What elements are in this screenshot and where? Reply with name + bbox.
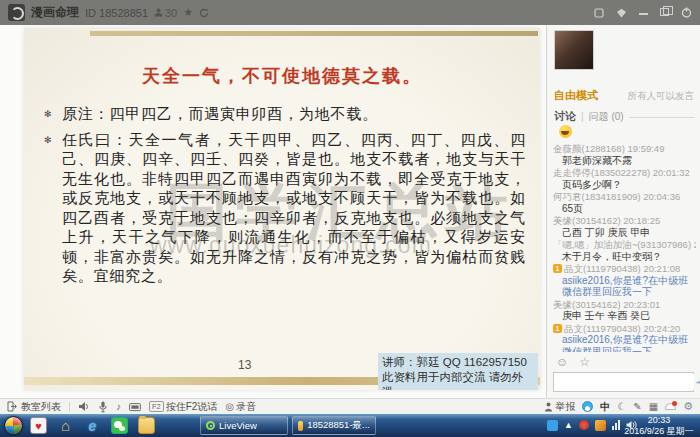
toolbar-divider (69, 402, 70, 412)
card-game-icon[interactable]: ♥ (30, 417, 47, 434)
settings-gear-icon[interactable]: ⚙ (683, 400, 693, 413)
wechat-icon[interactable] (111, 417, 128, 434)
rank-badge-icon: 1 (553, 324, 562, 333)
im-tray-icon[interactable] (595, 420, 606, 431)
internet-explorer-icon[interactable]: e (84, 417, 101, 434)
music-icon[interactable]: ♪ (116, 402, 121, 412)
clock-time: 20:33 (621, 415, 697, 426)
slide-page-number: 13 (238, 358, 251, 372)
chat-sidebar: 自由模式 所有人可以发言 讨论 | 问题 (0) 金薇颜(1288168) 19… (546, 25, 700, 398)
qq-tray-icon[interactable] (547, 420, 558, 431)
chat-tabs: 讨论 | 问题 (0) (554, 109, 695, 124)
app-logo-icon (8, 4, 25, 21)
room-title: 漫画命理 (31, 4, 79, 21)
bullet-text: 原注：四甲四乙，而遇寅申卯酉，为地不载。 (62, 104, 526, 124)
bullet-marker-icon: ✻ (44, 104, 62, 124)
gift-icon[interactable] (616, 8, 627, 18)
slide-top-band (90, 31, 538, 36)
report-button[interactable]: 举报 (544, 402, 575, 412)
speak-permission-label: 所有人可以发言 (628, 90, 695, 103)
slide-title: 天全一气，不可使地德莫之载。 (24, 64, 540, 88)
chat-message (553, 124, 696, 142)
message-body: 庚申 壬午 辛酉 癸巳 (553, 310, 696, 322)
tray-expand-icon[interactable]: ▲ (564, 419, 573, 431)
send-button[interactable] (694, 376, 700, 388)
chat-message: 美缘(30154162) 20:23:01 庚申 壬午 辛酉 癸巳 (553, 299, 696, 322)
skin-hat-icon[interactable] (665, 403, 676, 410)
taskbar-room-window-button[interactable]: 18528851-最... (292, 416, 376, 435)
app-window: 漫画命理 ID 18528851 30 ★ 天全一气，不可使地 (0, 0, 700, 437)
message-body: asiike2016,你是谁?在中级班微信群里回应我一下 (553, 334, 696, 352)
bullet-text: 任氏曰：天全一气者，天干四甲、四乙、四丙、四丁、四戊、四己、四庚、四辛、四壬、四… (62, 130, 526, 286)
favorite-star-icon[interactable]: ★ (183, 6, 193, 19)
room-id: ID 18528851 (85, 7, 148, 19)
microphone-icon[interactable] (98, 401, 108, 413)
restore-button[interactable] (660, 7, 669, 18)
chat-message: 金薇颜(1288168) 19:59:49 郭老师深藏不露 (553, 143, 696, 166)
report-person-icon (544, 402, 553, 412)
viewer-count: 30 (154, 7, 177, 19)
ime-mascot-icon[interactable] (582, 401, 593, 412)
keyboard-icon[interactable]: ▦ (649, 401, 658, 412)
taskbar-clock[interactable]: 20:33 2016/9/26 星期一 (621, 415, 697, 436)
network-icon[interactable] (612, 420, 620, 430)
message-header: 何巧君(1834181909) 20:04:36 (553, 191, 696, 203)
chat-input[interactable] (554, 374, 694, 390)
security-tray-icon[interactable] (579, 420, 589, 430)
tab-separator: | (581, 111, 584, 122)
liveview-icon (206, 421, 215, 430)
message-header: 美缘(30154162) 20:23:01 (553, 299, 696, 311)
message-icon[interactable] (594, 8, 604, 18)
chat-toolbar: ☺ ☆ (556, 355, 590, 369)
tabs-divider (629, 117, 695, 118)
message-body: 65页 (553, 203, 696, 215)
presentation-stage: 天全一气，不可使地德莫之载。 ✻ 原注：四甲四乙，而遇寅申卯酉，为地不载。 ✻ … (0, 25, 546, 398)
push-to-talk-control[interactable]: F2 按住F2说话 (149, 401, 217, 412)
message-header: 金薇颜(1288168) 19:59:49 (553, 143, 696, 155)
clock-date: 2016/9/26 星期一 (621, 426, 697, 437)
host-avatar[interactable] (554, 30, 594, 70)
message-body: 页码多少啊？ (553, 179, 696, 191)
start-button[interactable] (4, 416, 23, 435)
home-app-icon[interactable]: ⌂ (57, 417, 74, 434)
exit-door-icon (7, 401, 18, 412)
bullet-item: ✻ 原注：四甲四乙，而遇寅申卯酉，为地不载。 (44, 104, 526, 124)
refresh-icon[interactable] (199, 8, 209, 18)
tab-discussion[interactable]: 讨论 (554, 109, 576, 124)
classroom-list-button[interactable]: 教室列表 (7, 401, 61, 412)
windows-taskbar: ♥ ⌂ e LiveView 18528851-最... ▲ 20:33 20 (0, 414, 700, 437)
taskbar-liveview-button[interactable]: LiveView (200, 416, 288, 435)
gift-star-icon[interactable]: ☆ (579, 355, 590, 369)
confidential-note: 此资料用于内部交流 请勿外泄 (382, 370, 534, 390)
tab-question[interactable]: 问题 (0) (589, 110, 624, 124)
person-icon (154, 8, 163, 17)
video-icon[interactable] (129, 402, 141, 412)
bullet-marker-icon: ✻ (44, 130, 62, 286)
minimize-button[interactable] (639, 7, 648, 18)
titlebar: 漫画命理 ID 18528851 30 ★ (0, 0, 700, 25)
record-button[interactable]: ◎ 录音 (225, 402, 256, 412)
message-body: asiike2016,你是谁?在中级班微信群里回应我一下 (553, 275, 696, 298)
pen-icon[interactable]: ✎ (633, 401, 641, 412)
moon-icon[interactable]: ☾ (617, 401, 626, 412)
folder-icon[interactable] (138, 417, 155, 434)
emoji-picker-icon[interactable]: ☺ (556, 355, 568, 369)
chat-message: 1 品文(1119790438) 20:24:20 asiike2016,你是谁… (553, 323, 696, 353)
close-power-button[interactable] (681, 7, 692, 18)
room-window-icon (298, 421, 303, 431)
message-body: 郭老师深藏不露 (553, 155, 696, 167)
slide-page: 天全一气，不可使地德莫之载。 ✻ 原注：四甲四乙，而遇寅申卯酉，为地不载。 ✻ … (24, 28, 540, 390)
chat-message-list[interactable]: 金薇颜(1288168) 19:59:49 郭老师深藏不露 走走停停(18350… (553, 124, 696, 352)
chat-message: 1 品文(1119790438) 20:21:08 asiike2016,你是谁… (553, 263, 696, 298)
grin-emoji-icon (559, 125, 572, 138)
chat-message: 何巧君(1834181909) 20:04:36 65页 (553, 191, 696, 214)
chat-message: 走走停停(1835022278) 20:01:32 页码多少啊？ (553, 167, 696, 190)
f2-key-icon: F2 (149, 401, 164, 412)
chat-input-row (553, 372, 694, 392)
chat-message: 「嗯,嗯」加油加油~(931307986) 20:20:20 木于月令，旺中变弱… (553, 239, 696, 262)
ime-cn-icon[interactable]: 中 (600, 400, 610, 414)
slide-body: ✻ 原注：四甲四乙，而遇寅申卯酉，为地不载。 ✻ 任氏曰：天全一气者，天干四甲、… (44, 104, 526, 292)
speaker-icon[interactable] (78, 401, 90, 412)
message-header: 1 品文(1119790438) 20:24:20 (553, 323, 696, 335)
lecturer-line: 讲师：郭廷 QQ 1162957150 (382, 355, 534, 370)
